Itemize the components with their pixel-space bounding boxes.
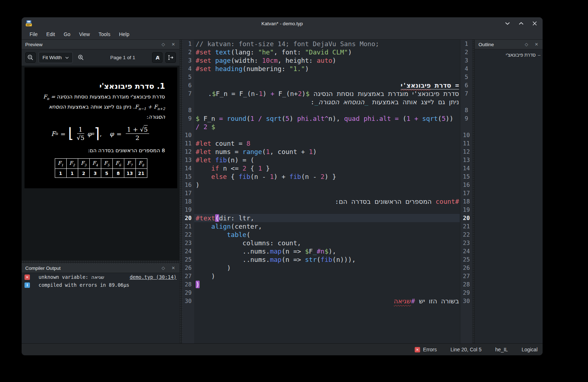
code-line[interactable]: 16)16: [182, 181, 472, 189]
preview-viewport[interactable]: 1. סדרת פיבונאצ'י סדרת פיבונאצ'י מוגדרת …: [22, 66, 179, 260]
code-line-content[interactable]: [194, 189, 460, 197]
cursor-position-status[interactable]: Line 20, Col 5: [450, 347, 481, 352]
code-line[interactable]: 55: [182, 73, 472, 81]
code-line-content[interactable]: ): [194, 181, 460, 189]
code-line-content[interactable]: [194, 206, 460, 214]
code-line[interactable]: 14 if n <= 2 { 1 }14: [182, 164, 472, 172]
outline-item[interactable]: סדרת פיבונאצ'י –: [475, 49, 543, 58]
code-line[interactable]: 1010: [182, 131, 472, 139]
code-line-content[interactable]: columns: count,: [194, 239, 460, 247]
code-line[interactable]: 9$ F_n = round(1 / sqrt(5) phi.alt^n), q…: [182, 114, 472, 131]
zoom-mode-dropdown[interactable]: Fit Width: [39, 52, 73, 63]
code-line[interactable]: 30בשורה הזו יש #שגיאה30: [182, 297, 472, 305]
code-line[interactable]: 1717: [182, 189, 472, 197]
code-token: #let: [196, 148, 215, 155]
follow-cursor-button[interactable]: [165, 52, 176, 63]
close-panel-icon[interactable]: ✕: [171, 265, 176, 271]
menu-help[interactable]: Help: [115, 30, 134, 39]
menu-go[interactable]: Go: [59, 30, 75, 39]
preview-panel-header: Preview ◇ ✕: [22, 40, 179, 49]
code-line-content[interactable]: #let count = 8: [194, 139, 460, 148]
errors-status[interactable]: ✕ Errors: [415, 347, 437, 352]
rceil-bracket: ⌉: [94, 126, 100, 140]
close-panel-icon[interactable]: ✕: [534, 42, 539, 47]
code-line-content[interactable]: #count המספרים הראשונים בסדרה הם:: [194, 197, 460, 206]
code-line[interactable]: 22 table(22: [182, 230, 472, 239]
code-line[interactable]: 3#set page(width: 10cm, height: auto)3: [182, 56, 472, 65]
float-panel-icon[interactable]: ◇: [161, 265, 166, 271]
code-line[interactable]: 23 columns: count,23: [182, 239, 472, 247]
menu-file[interactable]: File: [25, 30, 42, 39]
code-line[interactable]: 18#count המספרים הראשונים בסדרה הם:18: [182, 197, 472, 206]
code-line[interactable]: 7סדרת פיבונאצ'י מוגדרת באמצעות נוסחת הנס…: [182, 89, 472, 106]
code-line-content[interactable]: #set heading(numbering: "1."): [194, 65, 460, 73]
code-line-content[interactable]: ): [194, 280, 460, 289]
code-line[interactable]: 1// katvan: font-size 14; font DejaVu Sa…: [182, 40, 472, 48]
code-line[interactable]: 6= סדרת פיבונאצ'י6: [182, 81, 472, 89]
code-line-content[interactable]: #set text(lang: "he", font: "David CLM"): [194, 48, 460, 56]
code-line[interactable]: 20#text(dir: ltr,20: [182, 214, 472, 222]
vertical-splitter[interactable]: [472, 40, 475, 344]
code-line[interactable]: 13#let fib(n) = (13: [182, 156, 472, 164]
code-line[interactable]: 88: [182, 106, 472, 114]
zoom-out-button[interactable]: [25, 52, 36, 63]
code-line-content[interactable]: align(center,: [194, 222, 460, 230]
error-icon: ✕: [24, 275, 30, 280]
code-line-content[interactable]: ): [194, 264, 460, 272]
float-panel-icon[interactable]: ◇: [524, 42, 529, 47]
zoom-in-button[interactable]: [76, 52, 86, 63]
code-line-content[interactable]: #let nums = range(1, count + 1): [194, 148, 460, 156]
code-line[interactable]: 2929: [182, 289, 472, 297]
code-line[interactable]: 24 ..nums.map(n => $F_#n$),24: [182, 247, 472, 255]
direction-status[interactable]: Logical: [522, 347, 538, 352]
code-line[interactable]: 27 )27: [182, 272, 472, 280]
code-line[interactable]: 1919: [182, 206, 472, 214]
menu-tools[interactable]: Tools: [94, 30, 115, 39]
code-line-content[interactable]: // katvan: font-size 14; font DejaVu San…: [194, 40, 460, 48]
code-line-content[interactable]: $ F_n = round(1 / sqrt(5) phi.alt^n), qu…: [194, 114, 460, 131]
close-window-button[interactable]: [532, 21, 538, 26]
code-line-content[interactable]: [194, 131, 460, 139]
code-line[interactable]: 2#set text(lang: "he", font: "David CLM"…: [182, 48, 472, 56]
code-line-content[interactable]: #let fib(n) = (: [194, 156, 460, 164]
code-line-content[interactable]: if n <= 2 { 1 }: [194, 164, 460, 172]
code-token: /: [196, 123, 200, 131]
close-panel-icon[interactable]: ✕: [171, 42, 176, 47]
code-line-content[interactable]: else { fib(n - 1) + fib(n - 2) }: [194, 172, 460, 181]
title-bar[interactable]: Katvan* - demo.typ: [22, 17, 543, 30]
code-line-content[interactable]: ): [194, 272, 460, 280]
menu-view[interactable]: View: [75, 30, 94, 39]
vertical-splitter[interactable]: [179, 40, 182, 344]
minimize-button[interactable]: [504, 21, 510, 26]
code-line[interactable]: 15 else { fib(n - 1) + fib(n - 2) }15: [182, 172, 472, 181]
code-line-content[interactable]: סדרת פיבונאצ'י מוגדרת באמצעות נוסחת הנסי…: [194, 89, 460, 106]
diagnostic-location-link[interactable]: demo.typ (30:14): [130, 274, 177, 280]
code-line-content[interactable]: ..nums.map(n => str(fib(n))),: [194, 255, 460, 264]
collapse-icon[interactable]: –: [538, 52, 540, 58]
code-line-content[interactable]: #text(dir: ltr,: [194, 214, 460, 222]
float-panel-icon[interactable]: ◇: [161, 42, 166, 47]
code-line-content[interactable]: #set page(width: 10cm, height: auto): [194, 56, 460, 65]
code-line[interactable]: 21 align(center,21: [182, 222, 472, 230]
code-line[interactable]: 28)28: [182, 280, 472, 289]
code-line[interactable]: 26 )26: [182, 264, 472, 272]
horizontal-splitter[interactable]: [22, 260, 179, 263]
code-line[interactable]: 11#let count = 811: [182, 139, 472, 148]
code-line[interactable]: 12#let nums = range(1, count + 1)12: [182, 148, 472, 156]
code-line-content[interactable]: [194, 106, 460, 114]
code-line-content[interactable]: ..nums.map(n => $F_#n$),: [194, 247, 460, 255]
maximize-button[interactable]: [518, 21, 524, 26]
code-line-content[interactable]: = סדרת פיבונאצ'י: [194, 81, 460, 89]
code-line-content[interactable]: table(: [194, 230, 460, 239]
code-token: 5: [285, 115, 289, 122]
code-token: (n -: [250, 173, 270, 180]
locale-status[interactable]: he_IL: [495, 347, 508, 352]
code-line[interactable]: 4#set heading(numbering: "1.")4: [182, 65, 472, 73]
menu-edit[interactable]: Edit: [42, 30, 59, 39]
code-line[interactable]: 25 ..nums.map(n => str(fib(n))),25: [182, 255, 472, 264]
code-line-content[interactable]: בשורה הזו יש #שגיאה: [194, 297, 460, 305]
code-line-content[interactable]: [194, 73, 460, 81]
invert-colors-button[interactable]: A: [152, 52, 162, 63]
code-editor[interactable]: 1// katvan: font-size 14; font DejaVu Sa…: [182, 40, 472, 344]
code-line-content[interactable]: [194, 289, 460, 297]
